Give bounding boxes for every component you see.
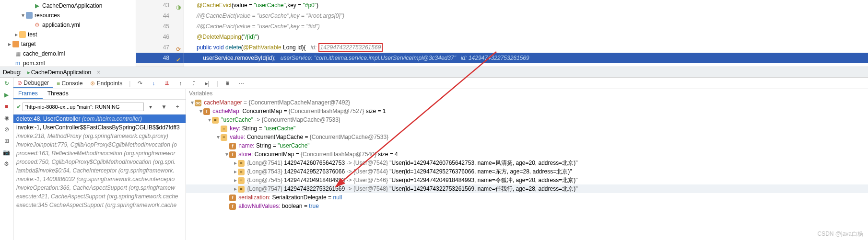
frame-row[interactable]: invoke:-1, 1400886032 (org.springframewo… <box>13 175 186 184</box>
entry-icon: = <box>221 134 227 141</box>
field-icon: f <box>229 195 236 201</box>
tree-application-yml[interactable]: ⚙application.yml <box>0 20 136 30</box>
highlighted-id: 1429474322753261569 <box>318 43 383 52</box>
tab-console[interactable]: ≡ Console <box>53 79 86 88</box>
project-tree[interactable]: ▶CacheDemoApplication ▾resources ⚙applic… <box>0 0 136 67</box>
entry-icon: = <box>238 169 245 175</box>
frame-row[interactable]: invoke:218, MethodProxy (org.springframe… <box>13 132 186 140</box>
entry-icon: = <box>221 126 227 132</box>
debug-tool-window-tab: Debug: ▸ CacheDemoApplication × <box>0 67 868 78</box>
gutter-recursive-icon: ⟳ <box>174 44 181 51</box>
variables-header: Variables <box>186 89 868 98</box>
file-icon: ▦ <box>14 50 21 57</box>
stop-button[interactable]: ■ <box>2 102 12 111</box>
rerun-button[interactable]: ↻ <box>2 79 12 88</box>
frame-row[interactable]: proceed:163, ReflectiveMethodInvocation … <box>13 149 186 158</box>
field-icon: f <box>229 203 236 210</box>
drop-frame-button[interactable]: ⤴ <box>189 79 199 88</box>
settings-button[interactable]: ⚙ <box>2 159 12 169</box>
more-button[interactable]: ⋯ <box>236 79 246 88</box>
camera-button[interactable]: 📷 <box>2 148 12 157</box>
thread-dropdown-icon[interactable]: ▾ <box>146 102 155 112</box>
tree-label: cache_demo.iml <box>23 50 65 57</box>
line-no: 47 <box>163 44 169 51</box>
editor[interactable]: @CacheEvict(value = "userCache",key = "#… <box>184 0 868 67</box>
frame-row[interactable]: invokeOperation:366, CacheAspectSupport … <box>13 184 186 192</box>
entry-icon: = <box>238 160 245 167</box>
object-icon: oo <box>195 100 201 106</box>
debug-label: Debug: <box>3 69 22 76</box>
tree-label: application.yml <box>42 22 80 28</box>
filter-icon[interactable]: ▼ <box>159 102 169 112</box>
gutter-breakpoint-icon[interactable]: ✔ <box>174 55 181 61</box>
run-icon: ▸ <box>27 69 30 76</box>
run-class-icon: ▶ <box>34 2 40 9</box>
tree-label: test <box>28 31 37 38</box>
frames-panel: Frames Threads ✔ ▾ ▼ + delete:48, UserCo… <box>13 89 186 240</box>
code-line: userService.removeById(id); <box>197 55 281 61</box>
tree-cache-demo-app[interactable]: ▶CacheDemoApplication <box>0 1 136 11</box>
thread-selector[interactable] <box>23 103 144 111</box>
run-to-cursor-button[interactable]: ▸| <box>202 79 212 88</box>
line-no: 48 <box>163 55 169 61</box>
expander-icon[interactable]: ▸ <box>14 31 18 38</box>
frames-tab[interactable]: Frames <box>13 89 43 99</box>
add-icon[interactable]: + <box>173 102 182 112</box>
tree-test[interactable]: ▸test <box>0 30 136 39</box>
field-icon: f <box>229 151 236 158</box>
frame-row[interactable]: execute:421, CacheAspectSupport (org.spr… <box>13 192 186 201</box>
tree-label: resources <box>35 12 60 19</box>
tab-endpoints[interactable]: ⊛ Endpoints <box>86 79 126 88</box>
line-no: 44 <box>163 12 169 19</box>
debug-toolbar: ⊘ Debugger ≡ Console ⊛ Endpoints | ↷ ↓ ⇊… <box>13 78 868 89</box>
tree-label: CacheDemoApplication <box>42 2 102 9</box>
code-line: //@CacheEvict(value = "userCache",key = … <box>184 11 868 21</box>
view-breakpoints-button[interactable]: ◉ <box>2 113 12 123</box>
debug-side-toolbar: ↻ ▶ ■ ◉ ⊘ ⊞ 📷 ⚙ <box>0 78 13 240</box>
frame-row[interactable]: execute:345 CacheAspectSupport (org.spri… <box>13 201 186 209</box>
line-no: 43 <box>163 2 169 9</box>
expander-icon[interactable]: ▸ <box>8 41 12 47</box>
variables-panel[interactable]: Variables ▾oo cacheManager = {Concurrent… <box>186 89 868 240</box>
tree-iml[interactable]: ▦cache_demo.iml <box>0 49 136 58</box>
entry-icon: = <box>238 177 245 184</box>
frame-row[interactable]: invokeJoinpoint:779, CglibAopProxy$Cglib… <box>13 140 186 149</box>
inline-hint: userService: "com.itheima.service.impl.U… <box>281 55 529 61</box>
gutter-mark-icon: ◑ <box>174 2 181 9</box>
expander-icon[interactable]: ▾ <box>21 12 25 19</box>
step-out-button[interactable]: ↑ <box>176 79 185 88</box>
entry-icon: = <box>212 117 219 124</box>
threads-tab[interactable]: Threads <box>43 89 73 99</box>
folder-icon <box>26 12 33 19</box>
frame-row[interactable]: invoke:-1, UserController$$FastClassBySp… <box>13 123 186 132</box>
mute-breakpoints-button[interactable]: ⊘ <box>2 125 12 134</box>
entry-icon: = <box>238 186 245 193</box>
frame-row[interactable]: lambda$invoke$0:54, CacheInterceptor (or… <box>13 166 186 175</box>
frame-row[interactable]: proceed:750, CglibAopProxy$CglibMethodIn… <box>13 158 186 166</box>
evaluate-button[interactable]: 🖩 <box>223 79 233 88</box>
tree-label: pom.xml <box>23 60 45 67</box>
tree-resources[interactable]: ▾resources <box>0 11 136 20</box>
thread-ok-icon: ✔ <box>16 103 21 110</box>
yml-icon: ⚙ <box>34 22 40 28</box>
watermark: CSDN @java白杨 <box>817 230 863 238</box>
resume-button[interactable]: ▶ <box>2 90 12 100</box>
maven-icon: m <box>14 60 21 67</box>
folder-icon <box>12 41 19 47</box>
frame-row[interactable]: delete:48, UserController (com.itheima.c… <box>13 115 186 123</box>
folder-icon <box>19 31 26 38</box>
layout-button[interactable]: ⊞ <box>2 136 12 146</box>
field-icon: f <box>203 108 210 115</box>
step-into-button[interactable]: ↓ <box>149 79 158 88</box>
code-line: //@CacheEvict(value = "userCache",key = … <box>184 21 868 32</box>
close-icon[interactable]: × <box>97 69 100 76</box>
step-over-button[interactable]: ↷ <box>135 79 145 88</box>
inline-hint: id: <box>310 44 318 51</box>
field-icon: f <box>229 143 236 149</box>
tree-pom[interactable]: mpom.xml <box>0 58 136 67</box>
line-no: 46 <box>163 34 169 40</box>
force-step-into-button[interactable]: ⇊ <box>162 79 172 88</box>
tree-target[interactable]: ▸target <box>0 39 136 49</box>
tab-debugger[interactable]: ⊘ Debugger <box>13 79 53 88</box>
line-no: 45 <box>163 23 169 30</box>
